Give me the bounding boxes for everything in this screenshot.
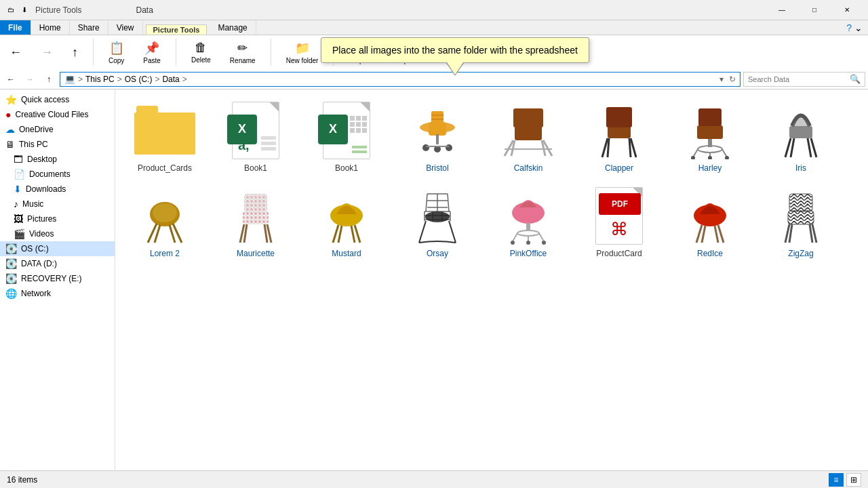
svg-point-84 bbox=[542, 241, 546, 245]
title-bar-icons: 🗀 ⬇ bbox=[5, 5, 30, 16]
tab-file[interactable]: File bbox=[0, 20, 31, 35]
file-label-pinkoffice: PinkOffice bbox=[510, 249, 547, 258]
file-label-harley: Harley bbox=[698, 163, 722, 173]
ribbon-tabs: File Home Share View Picture Tools Manag… bbox=[0, 20, 868, 35]
svg-point-73 bbox=[425, 211, 450, 222]
svg-point-82 bbox=[511, 241, 515, 245]
file-item-mauricette[interactable]: Mauricette bbox=[212, 180, 300, 263]
file-item-book1-complex[interactable]: X Book1 bbox=[302, 95, 391, 178]
svg-point-30 bbox=[691, 156, 695, 159]
sidebar-item-this-pc[interactable]: 🖥 This PC bbox=[0, 137, 115, 152]
svg-point-5 bbox=[446, 144, 452, 151]
file-item-redice[interactable]: RedIce bbox=[666, 180, 754, 263]
sidebar-item-desktop[interactable]: 🗔 Desktop bbox=[0, 152, 115, 167]
sidebar-item-downloads[interactable]: ⬇ Downloads bbox=[0, 182, 115, 197]
data-d-icon: 💽 bbox=[5, 258, 17, 269]
forward-button[interactable]: → bbox=[22, 71, 38, 87]
file-item-lorem2[interactable]: Lorem 2 bbox=[121, 180, 209, 263]
back-button[interactable]: ← bbox=[3, 71, 19, 87]
sidebar-item-music[interactable]: ♪ Music bbox=[0, 197, 115, 211]
up-button[interactable]: ↑ bbox=[41, 71, 57, 87]
file-item-bristol[interactable]: Bristol bbox=[393, 95, 481, 178]
pinkoffice-chair-svg bbox=[498, 187, 559, 245]
svg-rect-90 bbox=[788, 211, 814, 224]
path-os-c[interactable]: OS (C:) bbox=[125, 75, 153, 84]
file-item-product-cards[interactable]: Product_Cards bbox=[121, 95, 209, 178]
minimize-button[interactable]: — bbox=[766, 0, 797, 20]
path-this-pc[interactable]: This PC bbox=[85, 75, 115, 84]
tab-manage[interactable]: Manage bbox=[210, 20, 256, 35]
search-input[interactable] bbox=[748, 75, 847, 83]
sidebar-item-data-d[interactable]: 💽 DATA (D:) bbox=[0, 256, 115, 271]
sidebar-item-videos[interactable]: 🎬 Videos bbox=[0, 226, 115, 241]
file-item-clapper[interactable]: Clapper bbox=[575, 95, 663, 178]
ribbon-separator-3 bbox=[271, 39, 271, 66]
address-dropdown-btn[interactable]: ▾ bbox=[719, 75, 724, 84]
help-button[interactable]: ? bbox=[846, 22, 852, 33]
sidebar-item-documents[interactable]: 📄 Documents bbox=[0, 167, 115, 182]
file-label-orsay: Orsay bbox=[427, 249, 448, 258]
file-item-pinkoffice[interactable]: PinkOffice bbox=[484, 180, 572, 263]
sidebar-item-recovery-e[interactable]: 💽 RECOVERY (E:) bbox=[0, 271, 115, 286]
status-bar: 16 items ≡ ⊞ bbox=[0, 470, 868, 488]
svg-line-88 bbox=[702, 226, 705, 243]
search-icon: 🔍 bbox=[850, 74, 861, 84]
svg-line-37 bbox=[808, 138, 811, 157]
tab-view[interactable]: View bbox=[108, 20, 143, 35]
file-item-productcard[interactable]: PDF ⌘ ProductCard bbox=[575, 180, 663, 263]
ribbon-back-btn[interactable]: ← bbox=[5, 44, 26, 61]
harley-chair-svg bbox=[679, 102, 741, 159]
view-details-button[interactable]: ≡ bbox=[829, 473, 844, 487]
sidebar-item-network[interactable]: 🌐 Network bbox=[0, 286, 115, 301]
ribbon-forward-btn[interactable]: → bbox=[37, 44, 57, 61]
file-label-iris: Iris bbox=[795, 163, 806, 173]
file-item-calfskin[interactable]: Calfskin bbox=[484, 95, 572, 178]
ribbon-delete-btn[interactable]: 🗑 Delete bbox=[187, 39, 215, 65]
ribbon-up-btn[interactable]: ↑ bbox=[68, 44, 82, 61]
svg-line-34 bbox=[785, 138, 791, 157]
file-item-harley[interactable]: Harley bbox=[666, 95, 754, 178]
sidebar-item-os-c[interactable]: 💽 OS (C:) bbox=[0, 241, 115, 256]
maximize-button[interactable]: □ bbox=[799, 0, 830, 20]
ribbon-separator-1 bbox=[93, 39, 94, 66]
address-bar: ← → ↑ 💻 > This PC > OS (C:) > Data > ▾ ↻… bbox=[0, 69, 868, 89]
close-button[interactable]: ✕ bbox=[831, 0, 863, 20]
view-large-icons-button[interactable]: ⊞ bbox=[846, 473, 861, 487]
path-data[interactable]: Data bbox=[162, 75, 179, 84]
file-area: Product_Cards X a, Book1 bbox=[115, 89, 868, 470]
address-refresh-btn[interactable]: ↻ bbox=[729, 75, 736, 84]
svg-rect-50 bbox=[244, 194, 267, 211]
svg-line-75 bbox=[449, 221, 456, 243]
search-box[interactable]: 🔍 bbox=[743, 72, 865, 87]
ribbon-new-folder-btn[interactable]: 📁 New folder bbox=[282, 39, 323, 66]
file-item-orsay[interactable]: Orsay bbox=[393, 180, 481, 263]
svg-rect-24 bbox=[698, 108, 722, 126]
music-icon: ♪ bbox=[14, 199, 18, 209]
file-item-mustard[interactable]: Mustard bbox=[302, 180, 391, 263]
ribbon-toggle-button[interactable]: ⌄ bbox=[854, 22, 863, 33]
file-item-iris[interactable]: Iris bbox=[757, 95, 845, 178]
tooltip-box: Place all images into the same folder wi… bbox=[321, 37, 589, 63]
tab-share[interactable]: Share bbox=[70, 20, 108, 35]
sidebar-item-quick-access[interactable]: ⭐ Quick access bbox=[0, 92, 115, 107]
sidebar-item-creative-cloud[interactable]: ● Creative Cloud Files bbox=[0, 107, 115, 122]
svg-line-21 bbox=[608, 138, 609, 157]
address-path[interactable]: 💻 > This PC > OS (C:) > Data > ▾ ↻ bbox=[60, 72, 741, 87]
file-label-product-cards: Product_Cards bbox=[138, 163, 192, 173]
tab-home[interactable]: Home bbox=[31, 20, 70, 35]
quick-access-icon[interactable]: ⬇ bbox=[19, 5, 30, 16]
onedrive-icon: ☁ bbox=[5, 124, 15, 135]
file-thumb-book1-complex: X bbox=[313, 100, 380, 161]
sidebar: ⭐ Quick access ● Creative Cloud Files ☁ … bbox=[0, 89, 115, 470]
svg-line-89 bbox=[715, 226, 718, 243]
sidebar-item-pictures[interactable]: 🖼 Pictures bbox=[0, 211, 115, 226]
file-item-zigzag[interactable]: ZigZag bbox=[757, 180, 845, 263]
svg-line-63 bbox=[426, 194, 427, 211]
ribbon-rename-btn[interactable]: ✏ Rename bbox=[226, 39, 260, 66]
ribbon-copy-btn[interactable]: 📋 Copy bbox=[104, 39, 128, 66]
ribbon-paste-btn[interactable]: 📌 Paste bbox=[139, 39, 165, 66]
file-label-zigzag: ZigZag bbox=[788, 249, 813, 258]
file-thumb-redice bbox=[676, 185, 744, 246]
file-item-book1-simple[interactable]: X a, Book1 bbox=[212, 95, 300, 178]
sidebar-item-onedrive[interactable]: ☁ OneDrive bbox=[0, 122, 115, 137]
